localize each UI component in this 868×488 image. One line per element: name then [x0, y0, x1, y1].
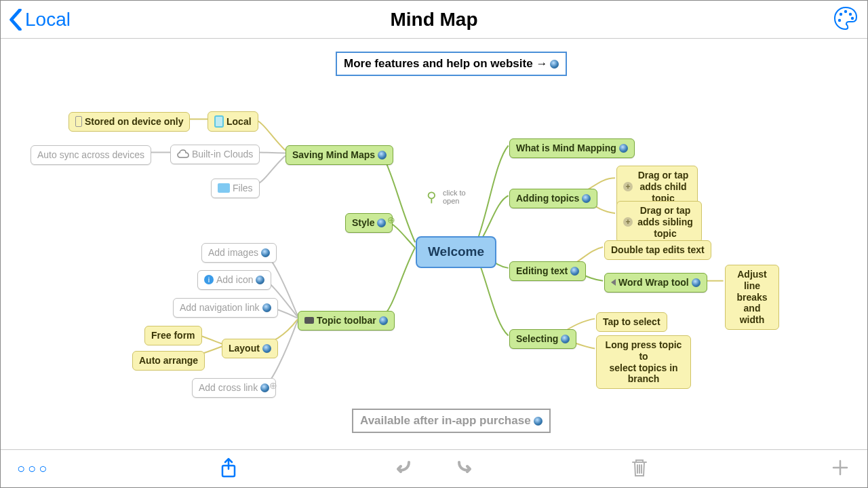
node-welcome[interactable]: Welcome	[416, 236, 496, 268]
globe-icon	[582, 194, 591, 203]
globe-icon	[692, 278, 701, 287]
palette-icon	[832, 5, 859, 32]
triangle-left-icon	[611, 279, 616, 286]
mind-map-canvas[interactable]: More features and help on website → Welc…	[1, 39, 867, 449]
node-saving[interactable]: Saving Mind Maps	[285, 145, 393, 165]
node-editing-text[interactable]: Editing text	[509, 261, 586, 281]
bottom-toolbar: ○○○	[1, 449, 867, 487]
cloud-icon	[177, 149, 189, 159]
globe-icon	[256, 276, 264, 284]
node-selecting[interactable]: Selecting	[509, 329, 576, 349]
plus-icon: +	[623, 217, 633, 227]
globe-icon	[550, 60, 559, 69]
node-word-wrap[interactable]: Word Wrap tool	[604, 273, 707, 293]
node-local[interactable]: Local	[208, 111, 258, 132]
info-icon: i	[204, 275, 214, 284]
trash-icon	[629, 457, 650, 478]
globe-icon	[561, 335, 570, 343]
more-button[interactable]: ○○○	[17, 461, 50, 476]
node-add-cross-link[interactable]: Add cross link	[192, 378, 276, 398]
globe-icon	[377, 219, 386, 227]
folder-icon	[218, 183, 230, 193]
top-banner[interactable]: More features and help on website →	[336, 52, 567, 76]
globe-icon	[262, 344, 271, 353]
delete-button[interactable]	[629, 457, 650, 481]
page-title: Mind Map	[390, 9, 477, 31]
node-what-is-mind-mapping[interactable]: What is Mind Mapping	[509, 138, 635, 158]
node-double-tap[interactable]: Double tap edits text	[604, 240, 711, 260]
globe-icon	[262, 303, 271, 312]
node-adding-topics[interactable]: Adding topics	[509, 189, 597, 208]
globe-icon	[379, 316, 388, 325]
phone-icon	[75, 116, 82, 127]
node-stored-device[interactable]: Stored on device only	[68, 112, 190, 132]
share-icon	[218, 457, 239, 478]
node-add-icon[interactable]: iAdd icon	[197, 270, 271, 290]
redo-button[interactable]	[454, 457, 475, 481]
svg-point-4	[851, 16, 854, 19]
expand-icon[interactable]: ⊕	[387, 214, 395, 225]
bottom-banner-text: Available after in-app purchase	[360, 414, 531, 428]
back-label: Local	[25, 9, 71, 31]
node-files[interactable]: Files	[211, 179, 260, 198]
node-layout[interactable]: Layout	[222, 339, 278, 358]
toolbar-icon	[304, 317, 314, 324]
expand-icon[interactable]: ⊕	[269, 380, 277, 391]
click-hint: click toopen	[443, 189, 470, 205]
add-button[interactable]	[829, 457, 851, 481]
node-builtin-clouds[interactable]: Built-in Clouds	[170, 145, 260, 164]
node-adds-sibling[interactable]: +Drag or tapadds sibling topic	[616, 201, 702, 243]
node-free-form[interactable]: Free form	[144, 326, 202, 345]
theme-button[interactable]	[832, 5, 859, 35]
plus-icon	[829, 457, 851, 478]
svg-point-1	[844, 10, 847, 12]
globe-icon	[619, 144, 628, 153]
globe-icon	[260, 383, 269, 392]
node-tap-select[interactable]: Tap to select	[596, 312, 667, 332]
node-topic-toolbar[interactable]: Topic toolbar	[298, 311, 395, 331]
globe-icon	[378, 151, 387, 159]
node-auto-arrange[interactable]: Auto arrange	[132, 351, 205, 371]
svg-point-2	[849, 12, 852, 15]
back-button[interactable]: Local	[9, 9, 71, 31]
globe-icon	[261, 248, 270, 257]
node-style[interactable]: Style	[345, 213, 393, 233]
undo-icon	[393, 457, 414, 478]
svg-point-3	[838, 18, 841, 21]
share-button[interactable]	[218, 457, 239, 481]
globe-icon	[570, 267, 579, 276]
node-autosync[interactable]: Auto sync across devices	[31, 145, 151, 165]
node-add-nav-link[interactable]: Add navigation link	[173, 298, 278, 318]
top-banner-text: More features and help on website →	[344, 57, 547, 71]
redo-icon	[454, 457, 475, 478]
pin-icon: ⚲	[427, 189, 437, 205]
plus-icon: +	[623, 182, 633, 191]
undo-button[interactable]	[393, 457, 414, 481]
header: Local Mind Map	[1, 1, 867, 39]
node-add-images[interactable]: Add images	[201, 243, 277, 263]
node-adjust-width[interactable]: Adjustline breaksand width	[725, 265, 779, 330]
svg-point-0	[840, 12, 842, 15]
node-long-press[interactable]: Long press topic toselect topics in bran…	[596, 335, 691, 389]
bottom-banner[interactable]: Available after in-app purchase	[352, 409, 551, 433]
globe-icon	[534, 417, 542, 426]
device-icon	[214, 115, 224, 128]
chevron-left-icon	[9, 9, 22, 31]
